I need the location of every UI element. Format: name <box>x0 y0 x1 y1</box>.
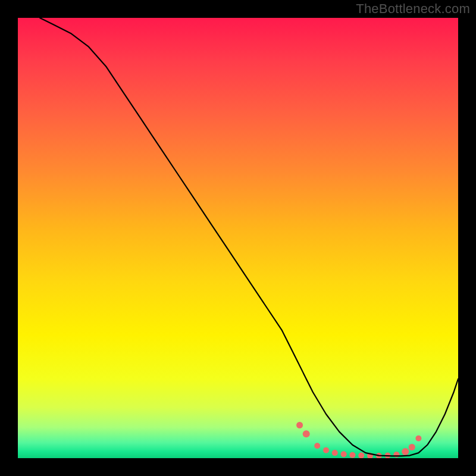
curve-marker <box>341 451 347 457</box>
chart-svg <box>18 18 458 458</box>
curve-marker <box>349 452 355 458</box>
gradient-background <box>18 18 458 458</box>
watermark-label: TheBottleneck.com <box>356 1 470 17</box>
curve-marker <box>402 448 409 455</box>
chart-frame: TheBottleneck.com <box>0 0 476 476</box>
curve-marker <box>332 450 338 456</box>
curve-marker <box>314 443 320 449</box>
curve-marker <box>393 452 399 458</box>
curve-marker <box>296 422 303 428</box>
chart-plot-area <box>18 18 458 458</box>
curve-marker <box>303 430 310 437</box>
curve-marker <box>415 436 421 441</box>
curve-marker <box>323 447 329 453</box>
curve-marker <box>409 444 415 450</box>
